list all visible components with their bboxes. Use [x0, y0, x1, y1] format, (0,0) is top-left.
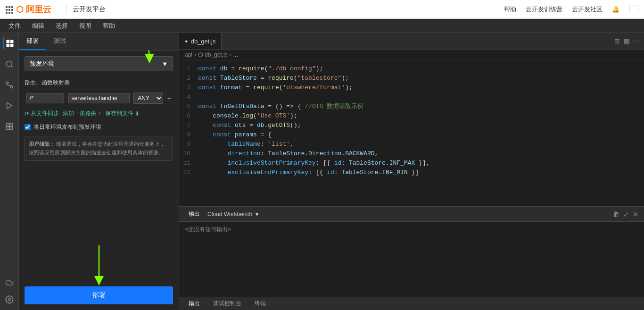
route-table: ANY GET POST − — [25, 91, 173, 106]
tab-deploy[interactable]: 部署 — [19, 33, 46, 50]
breadcrumb-api[interactable]: api — [185, 51, 192, 58]
menu-bar: 文件 编辑 选择 视图 帮助 — [0, 19, 644, 33]
bottom-tab-output[interactable]: 输出 — [183, 298, 206, 310]
workbench-label: Cloud Workbench — [207, 211, 252, 218]
route-delete-icon[interactable]: − — [167, 94, 171, 102]
editor-area: ● db_get.js ⊞ ▦ ⋯ api › ⬡ db_get.js › ..… — [179, 33, 644, 310]
env-publish-checkbox[interactable] — [25, 124, 31, 130]
activity-git-icon[interactable] — [3, 78, 16, 92]
route-method-cell: ANY GET POST — [132, 91, 165, 106]
platform-title: 云开发平台 — [73, 5, 106, 14]
layout-icon[interactable]: ▦ — [624, 37, 630, 45]
clear-output-icon[interactable]: 🗑 — [613, 210, 619, 218]
nav-divider — [66, 5, 67, 14]
code-editor[interactable]: 1 const db = require("./db_config"); 2 c… — [179, 60, 644, 206]
maximize-panel-icon[interactable]: ⤢ — [623, 210, 629, 218]
sidebar-panel: 部署 测试 预发环境 ▼ 路由、函数映射表 — [19, 33, 179, 310]
close-panel-icon[interactable]: ✕ — [633, 210, 638, 218]
code-line-4: 4 — [179, 92, 644, 102]
tab-filename: db_get.js — [191, 38, 216, 45]
env-label: 预发环境 — [30, 59, 54, 68]
output-tabs: 输出 Cloud Workbench ▼ 🗑 ⤢ ✕ — [179, 207, 644, 222]
activity-bar-bottom — [3, 276, 16, 306]
svg-point-0 — [6, 61, 12, 67]
route-handler-input[interactable] — [68, 93, 130, 103]
editor-tab-dbgetjs[interactable]: ● db_get.js — [179, 33, 222, 49]
sync-icon: ⟳ — [25, 110, 29, 117]
env-dropdown[interactable]: 预发环境 ▼ — [25, 56, 173, 71]
deploy-btn-container: 部署 — [19, 281, 179, 310]
code-line-2: 2 const TableStore = require("tablestore… — [179, 74, 644, 83]
route-actions: ⟳ 从文件同步 添加一条路由 + 保存到文件 ⬇ — [25, 109, 173, 117]
notice-box: 用户须知： 部署调试，将会在您为此应用开通的云服务上，按照该应用所属解决方案的描… — [25, 136, 173, 161]
route-path-input[interactable] — [26, 93, 64, 103]
activity-settings-icon[interactable] — [3, 293, 16, 306]
activity-extensions-icon[interactable] — [3, 120, 16, 133]
more-actions-icon[interactable]: ⋯ — [634, 37, 640, 45]
notice-label: 用户须知： — [29, 141, 55, 147]
bell-icon[interactable]: 🔔 — [612, 6, 619, 13]
sync-from-file-btn[interactable]: ⟳ 从文件同步 — [25, 109, 59, 117]
menu-help[interactable]: 帮助 — [98, 20, 120, 32]
editor-tab-bar: ● db_get.js ⊞ ▦ ⋯ — [179, 33, 644, 50]
activity-explorer-icon[interactable] — [3, 37, 16, 50]
svg-point-2 — [6, 82, 8, 84]
code-line-12: 12 exclusiveEndPrimaryKey: [{ id: TableS… — [179, 168, 644, 177]
menu-select[interactable]: 选择 — [51, 20, 73, 32]
activity-debug-icon[interactable] — [3, 99, 16, 112]
window-control[interactable] — [629, 6, 638, 13]
output-empty-text: <还没有任何输出> — [185, 226, 231, 233]
breadcrumb-sep2: › — [230, 51, 231, 58]
code-line-8: 8 const params = { — [179, 130, 644, 140]
workbench-dropdown-arrow: ▼ — [254, 211, 260, 218]
code-line-3: 3 const format = require('otswhere/forma… — [179, 83, 644, 92]
sidebar-content: 预发环境 ▼ 路由、函数映射表 — [19, 50, 179, 281]
bottom-tab-terminal[interactable]: 终端 — [249, 298, 272, 310]
top-nav-right: 帮助 云开发训练营 云开发社区 🔔 — [504, 5, 638, 14]
deploy-button[interactable]: 部署 — [25, 286, 173, 304]
code-line-10: 10 direction: TableStore.Direction.BACKW… — [179, 149, 644, 159]
aliyun-logo-icon: ⬡ 阿里云 — [16, 4, 51, 15]
nav-training[interactable]: 云开发训练营 — [526, 5, 562, 14]
nav-community[interactable]: 云开发社区 — [572, 5, 603, 14]
code-line-5: 5 const fnGetOtsData = () => { //OTS 数据读… — [179, 102, 644, 111]
svg-point-8 — [8, 299, 10, 301]
route-method-select[interactable]: ANY GET POST — [133, 92, 163, 104]
svg-rect-5 — [9, 123, 12, 126]
env-publish-label: 将日常环境发布到预发环境 — [33, 123, 101, 131]
breadcrumb-filename[interactable]: db_get.js — [205, 51, 228, 58]
breadcrumb-current[interactable]: ... — [233, 51, 238, 58]
code-line-6: 6 console.log('Use OTS'); — [179, 111, 644, 121]
code-line-9: 9 tableName: 'list', — [179, 140, 644, 149]
code-line-11: 11 inclusiveStartPrimaryKey: [{ id: Tabl… — [179, 159, 644, 168]
split-editor-icon[interactable]: ⊞ — [614, 37, 620, 45]
logo: ⬡ 阿里云 — [6, 4, 51, 15]
output-panel: 输出 Cloud Workbench ▼ 🗑 ⤢ ✕ <还没有任何输出> 输出 … — [179, 206, 644, 310]
svg-rect-4 — [6, 123, 9, 126]
route-delete-cell: − — [165, 91, 173, 106]
add-route-btn[interactable]: 添加一条路由 + — [63, 109, 101, 117]
bottom-tabs: 输出 调试控制台 终端 — [179, 297, 644, 310]
tab-test[interactable]: 测试 — [46, 33, 74, 50]
output-workbench-dropdown[interactable]: Cloud Workbench ▼ — [207, 211, 260, 218]
breadcrumb: api › ⬡ db_get.js › ... — [179, 50, 644, 60]
sidebar-tabs: 部署 测试 — [19, 33, 179, 50]
activity-cloud-icon[interactable] — [3, 276, 16, 289]
menu-edit[interactable]: 编辑 — [27, 20, 49, 32]
grid-icon — [6, 6, 12, 13]
breadcrumb-file-icon: ⬡ — [198, 51, 203, 58]
svg-rect-7 — [6, 127, 9, 130]
top-nav-bar: ⬡ 阿里云 云开发平台 帮助 云开发训练营 云开发社区 🔔 — [0, 0, 644, 19]
menu-view[interactable]: 视图 — [74, 20, 96, 32]
activity-search-icon[interactable] — [3, 58, 16, 71]
route-path-cell — [25, 91, 66, 106]
menu-file[interactable]: 文件 — [4, 20, 25, 32]
output-tab-output[interactable]: 输出 — [183, 208, 206, 220]
save-icon: ⬇ — [135, 110, 140, 117]
route-section-title: 路由、函数映射表 — [25, 79, 173, 87]
nav-help[interactable]: 帮助 — [504, 5, 516, 14]
save-to-file-btn[interactable]: 保存到文件 ⬇ — [105, 109, 140, 117]
code-line-1: 1 const db = require("./db_config"); — [179, 64, 644, 74]
env-publish-checkbox-row: 将日常环境发布到预发环境 — [25, 123, 173, 131]
bottom-tab-debug[interactable]: 调试控制台 — [207, 298, 247, 310]
